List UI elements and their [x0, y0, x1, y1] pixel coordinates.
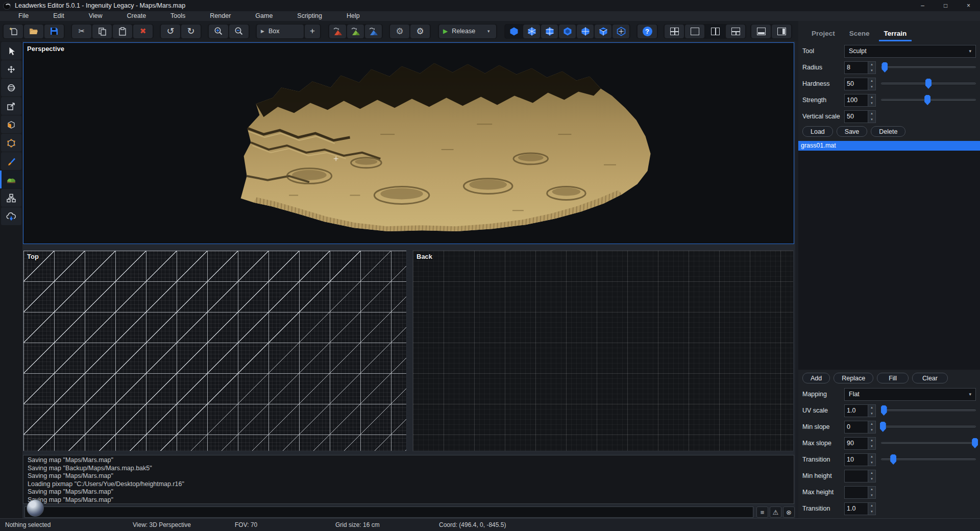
replace-button[interactable]: Replace: [834, 373, 873, 383]
radius-input[interactable]: [845, 62, 868, 74]
spin-up-icon[interactable]: ▲: [868, 470, 875, 476]
rotate-tool-button[interactable]: [1, 79, 21, 96]
menu-tools[interactable]: Tools: [158, 11, 198, 21]
spin-up-icon[interactable]: ▲: [868, 94, 875, 101]
spin-down-icon[interactable]: ▼: [868, 443, 875, 449]
radius-stepper[interactable]: ▲▼: [868, 62, 875, 74]
select-tool-button[interactable]: [1, 42, 21, 60]
spin-down-icon[interactable]: ▼: [868, 476, 875, 482]
vertex-select-tool-button[interactable]: [1, 134, 21, 152]
strength-input[interactable]: [845, 94, 868, 106]
vertical-scale-stepper[interactable]: ▲▼: [868, 111, 875, 123]
menu-scripting[interactable]: Scripting: [285, 11, 334, 21]
fill-button[interactable]: Fill: [877, 373, 909, 383]
close-button[interactable]: ×: [957, 0, 980, 11]
delete-button[interactable]: ✖: [133, 25, 153, 38]
paste-button[interactable]: [113, 25, 132, 38]
tab-terrain[interactable]: Terrain: [877, 30, 914, 41]
user-avatar[interactable]: [27, 499, 44, 517]
menu-help[interactable]: Help: [334, 11, 372, 21]
transition-stepper[interactable]: ▲▼: [868, 454, 875, 466]
spin-up-icon[interactable]: ▲: [868, 438, 875, 444]
mapping-dropdown[interactable]: Flat ▾: [844, 388, 976, 401]
zoom-out-button[interactable]: [229, 25, 249, 38]
strength-slider-handle[interactable]: [924, 95, 930, 105]
transition2-input[interactable]: [845, 503, 868, 515]
terrain-tool-button[interactable]: [1, 171, 21, 188]
load-button[interactable]: Load: [802, 126, 833, 137]
redo-button[interactable]: ↻: [181, 25, 201, 38]
copy-button[interactable]: [92, 25, 112, 38]
terrain-red-button[interactable]: [329, 25, 346, 38]
scale-tool-button[interactable]: [1, 97, 21, 115]
toggle-console-panel-button[interactable]: [751, 25, 771, 38]
strength-stepper[interactable]: ▲▼: [868, 94, 875, 106]
uv-scale-slider-handle[interactable]: [881, 405, 887, 416]
add-primitive-button[interactable]: +: [305, 25, 320, 38]
spin-up-icon[interactable]: ▲: [868, 62, 875, 68]
primitive-dropdown[interactable]: ▶ Box: [257, 25, 304, 38]
menu-edit[interactable]: Edit: [41, 11, 77, 21]
help-button[interactable]: ?: [638, 25, 657, 38]
move-tool-button[interactable]: [1, 60, 21, 78]
settings-button[interactable]: ⚙: [390, 25, 409, 38]
maximize-button[interactable]: □: [934, 0, 957, 11]
terrain-blue-button[interactable]: [365, 25, 382, 38]
spin-up-icon[interactable]: ▲: [868, 78, 875, 84]
spin-down-icon[interactable]: ▼: [868, 411, 875, 417]
new-map-button[interactable]: [4, 25, 23, 38]
hardness-input[interactable]: [845, 78, 868, 90]
toggle-side-panel-button[interactable]: [772, 25, 791, 38]
max-height-input[interactable]: [845, 487, 868, 498]
delete-button[interactable]: Delete: [871, 126, 905, 137]
transition-slider-handle[interactable]: [890, 454, 896, 465]
menu-game[interactable]: Game: [243, 11, 285, 21]
layout-split-vertical-button[interactable]: [705, 25, 725, 38]
min-slope-stepper[interactable]: ▲▼: [868, 421, 875, 433]
console-log[interactable]: Saving map "Maps/Mars.map" Saving map "B…: [23, 455, 794, 504]
render-mode-4-button[interactable]: [559, 25, 576, 38]
render-mode-7-button[interactable]: [612, 25, 629, 38]
spin-up-icon[interactable]: ▲: [868, 503, 875, 509]
console-menu-button[interactable]: ≡: [756, 506, 768, 518]
transition-slider[interactable]: [881, 454, 976, 465]
menu-view[interactable]: View: [77, 11, 115, 21]
console-input[interactable]: [24, 506, 753, 518]
spin-up-icon[interactable]: ▲: [868, 454, 875, 460]
menu-file[interactable]: File: [6, 11, 41, 21]
material-item-selected[interactable]: grass01.mat: [798, 141, 980, 151]
max-slope-input[interactable]: [845, 438, 868, 449]
console-clear-button[interactable]: ⊗: [783, 506, 795, 518]
undo-button[interactable]: ↺: [161, 25, 180, 38]
max-height-stepper[interactable]: ▲▼: [868, 487, 875, 498]
min-slope-slider[interactable]: [881, 421, 976, 432]
cloud-download-tool-button[interactable]: [1, 207, 21, 225]
cut-button[interactable]: ✂: [72, 25, 91, 38]
uv-scale-slider[interactable]: [881, 405, 976, 416]
spin-up-icon[interactable]: ▲: [868, 487, 875, 493]
menu-create[interactable]: Create: [115, 11, 159, 21]
tab-project[interactable]: Project: [804, 30, 842, 41]
perspective-viewport[interactable]: Perspective: [23, 42, 794, 244]
hierarchy-tool-button[interactable]: [1, 189, 21, 207]
min-height-stepper[interactable]: ▲▼: [868, 470, 875, 482]
spin-down-icon[interactable]: ▼: [868, 100, 875, 106]
tab-scene[interactable]: Scene: [842, 30, 877, 41]
console-warnings-button[interactable]: ⚠: [770, 506, 781, 518]
add-button[interactable]: Add: [802, 373, 830, 383]
terrain-green-button[interactable]: [347, 25, 364, 38]
top-viewport[interactable]: Top: [23, 250, 407, 451]
layout-split-horizontal-button[interactable]: [726, 25, 745, 38]
max-slope-slider-handle[interactable]: [972, 438, 978, 448]
spin-down-icon[interactable]: ▼: [868, 84, 875, 90]
render-mode-solid-button[interactable]: [505, 25, 522, 38]
menu-render[interactable]: Render: [198, 11, 243, 21]
tool-dropdown[interactable]: Sculpt ▾: [844, 45, 976, 58]
transition2-stepper[interactable]: ▲▼: [868, 503, 875, 515]
save-button[interactable]: Save: [837, 126, 868, 137]
radius-slider-handle[interactable]: [881, 62, 888, 73]
uv-scale-input[interactable]: [845, 405, 868, 417]
spin-down-icon[interactable]: ▼: [868, 427, 875, 433]
material-list[interactable]: grass01.mat: [798, 141, 980, 370]
min-slope-slider-handle[interactable]: [880, 422, 886, 432]
